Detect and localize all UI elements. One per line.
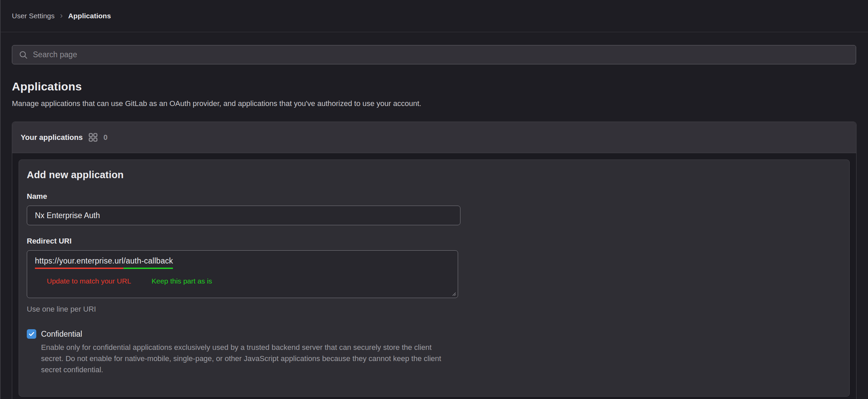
name-label: Name: [27, 192, 841, 201]
search-icon: [18, 50, 28, 60]
uri-callback-part: /auth-callback: [123, 256, 173, 269]
redirect-uri-label: Redirect URI: [27, 237, 841, 246]
window-left-divider: [0, 0, 1, 399]
main-content: Applications Manage applications that ca…: [0, 45, 868, 399]
confidential-checkbox[interactable]: [27, 329, 36, 339]
add-application-title: Add new application: [27, 169, 841, 181]
page-search-bar[interactable]: [12, 45, 856, 64]
applications-count-badge: 0: [103, 133, 107, 142]
search-input[interactable]: [33, 50, 850, 59]
breadcrumb: User Settings › Applications: [12, 12, 111, 21]
uri-host-part: https://your.enterprise.url: [35, 256, 123, 269]
breadcrumb-applications: Applications: [68, 12, 111, 20]
your-applications-header: Your applications 0: [12, 122, 856, 153]
confidential-row: Confidential: [27, 329, 841, 339]
application-name-input[interactable]: [27, 206, 460, 225]
page-description: Manage applications that can use GitLab …: [12, 99, 856, 108]
confidential-help-text: Enable only for confidential application…: [41, 342, 443, 375]
annotation-update-url: Update to match your URL: [47, 277, 131, 285]
textarea-resize-handle[interactable]: [451, 291, 456, 296]
page-title: Applications: [12, 80, 856, 93]
your-applications-section: Your applications 0 Add new application …: [12, 122, 856, 399]
annotation-keep-part: Keep this part as is: [152, 277, 212, 285]
uri-hint: Use one line per URI: [27, 305, 841, 314]
confidential-label[interactable]: Confidential: [41, 330, 82, 339]
chevron-right-icon: ›: [60, 12, 63, 21]
redirect-uri-textarea[interactable]: https://your.enterprise.url/auth-callbac…: [27, 250, 458, 298]
your-applications-body: Add new application Name Redirect URI ht…: [12, 153, 856, 399]
checkmark-icon: [28, 331, 35, 337]
applications-grid-icon: [88, 132, 98, 143]
add-application-card: Add new application Name Redirect URI ht…: [19, 160, 850, 397]
top-bar: User Settings › Applications: [0, 0, 868, 32]
redirect-uri-value: https://your.enterprise.url/auth-callbac…: [35, 256, 450, 266]
breadcrumb-user-settings[interactable]: User Settings: [12, 12, 55, 20]
your-applications-title: Your applications: [21, 133, 83, 142]
